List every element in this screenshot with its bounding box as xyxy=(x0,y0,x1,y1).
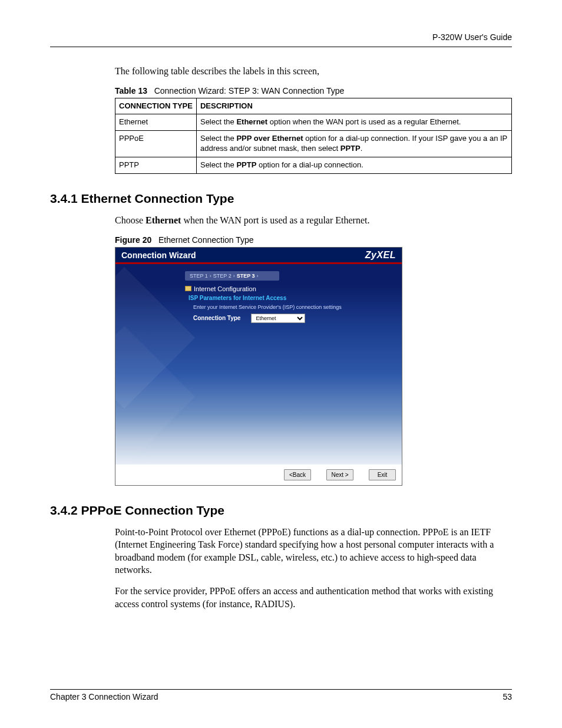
footer-page-number: 53 xyxy=(503,692,512,701)
footer-chapter: Chapter 3 Connection Wizard xyxy=(50,692,158,701)
step-3: STEP 3 xyxy=(237,273,255,279)
running-header: P-320W User's Guide xyxy=(50,32,512,42)
cell-type: PPPoE xyxy=(115,131,197,157)
table-label: Table 13 xyxy=(115,86,147,95)
table-header-row: CONNECTION TYPE DESCRIPTION xyxy=(115,98,512,114)
wizard-footer: <Back Next > Exit xyxy=(115,465,402,485)
section-342-p2: For the service provider, PPPoE offers a… xyxy=(115,585,512,610)
wizard-body: STEP 1›STEP 2›STEP 3› Internet Configura… xyxy=(115,264,402,465)
wizard-window: Connection Wizard ZyXEL STEP 1›STEP 2›ST… xyxy=(115,247,402,486)
section-342-p1: Point-to-Point Protocol over Ethernet (P… xyxy=(115,526,512,577)
table-row: PPPoE Select the PPP over Ethernet optio… xyxy=(115,131,512,157)
subsection-title: ISP Parameters for Internet Access xyxy=(189,295,395,301)
table-caption: Table 13 Connection Wizard: STEP 3: WAN … xyxy=(115,86,512,95)
header-rule xyxy=(50,47,512,47)
col-header-desc: DESCRIPTION xyxy=(196,98,511,114)
figure-title: Ethernet Connection Type xyxy=(158,235,254,245)
figure-label: Figure 20 xyxy=(115,235,151,245)
intro-paragraph: The following table describes the labels… xyxy=(115,65,512,78)
section-341-body: Choose Ethernet when the WAN port is use… xyxy=(115,214,512,227)
connection-type-select[interactable]: Ethernet xyxy=(251,314,305,323)
connection-type-label: Connection Type xyxy=(193,315,240,321)
heading-341: 3.4.1 Ethernet Connection Type xyxy=(50,192,512,206)
section-title: Internet Configuration xyxy=(194,285,256,292)
heading-342: 3.4.2 PPPoE Connection Type xyxy=(50,503,512,518)
folder-icon xyxy=(185,286,191,291)
brand-logo: ZyXEL xyxy=(365,250,396,261)
table-row: PPTP Select the PPTP option for a dial-u… xyxy=(115,157,512,174)
cell-desc: Select the PPP over Ethernet option for … xyxy=(196,131,511,157)
cell-desc: Select the Ethernet option when the WAN … xyxy=(196,114,511,131)
cell-type: Ethernet xyxy=(115,114,197,131)
connection-type-table: CONNECTION TYPE DESCRIPTION Ethernet Sel… xyxy=(115,98,512,174)
table-row: Ethernet Select the Ethernet option when… xyxy=(115,114,512,131)
back-button[interactable]: <Back xyxy=(284,469,311,480)
col-header-type: CONNECTION TYPE xyxy=(115,98,197,114)
wizard-title-bar: Connection Wizard ZyXEL xyxy=(115,248,402,262)
figure-caption: Figure 20 Ethernet Connection Type xyxy=(115,235,512,245)
footer-rule xyxy=(50,689,512,690)
step-1: STEP 1 xyxy=(190,273,208,279)
hint-text: Enter your Internet Service Provider's (… xyxy=(193,304,395,310)
cell-type: PPTP xyxy=(115,157,197,174)
cell-desc: Select the PPTP option for a dial-up con… xyxy=(196,157,511,174)
step-2: STEP 2 xyxy=(213,273,232,279)
next-button[interactable]: Next > xyxy=(326,469,353,480)
exit-button[interactable]: Exit xyxy=(369,469,396,480)
step-breadcrumb: STEP 1›STEP 2›STEP 3› xyxy=(185,271,279,281)
table-title: Connection Wizard: STEP 3: WAN Connectio… xyxy=(154,86,345,95)
wizard-title: Connection Wizard xyxy=(121,251,196,260)
